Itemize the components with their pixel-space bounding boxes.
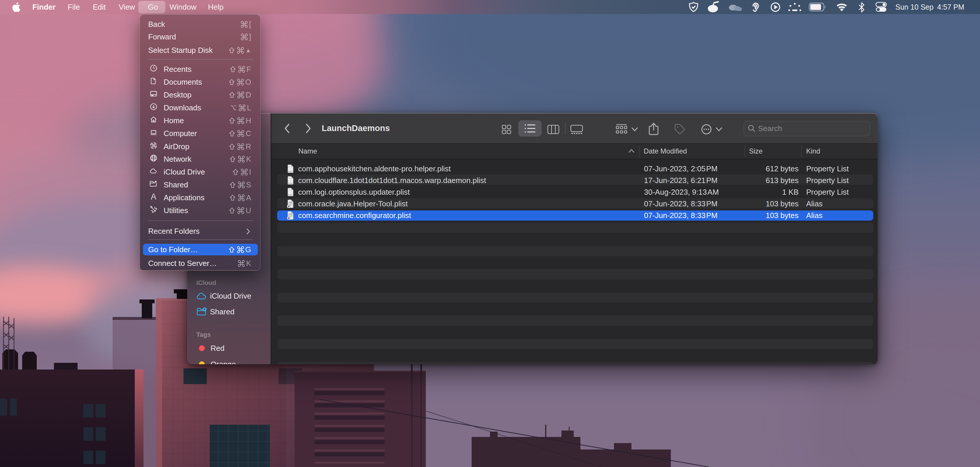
svg-text:PLIST: PLIST (288, 171, 293, 172)
svg-text:PLIST: PLIST (288, 194, 293, 196)
svg-text:PLIST: PLIST (288, 182, 293, 184)
